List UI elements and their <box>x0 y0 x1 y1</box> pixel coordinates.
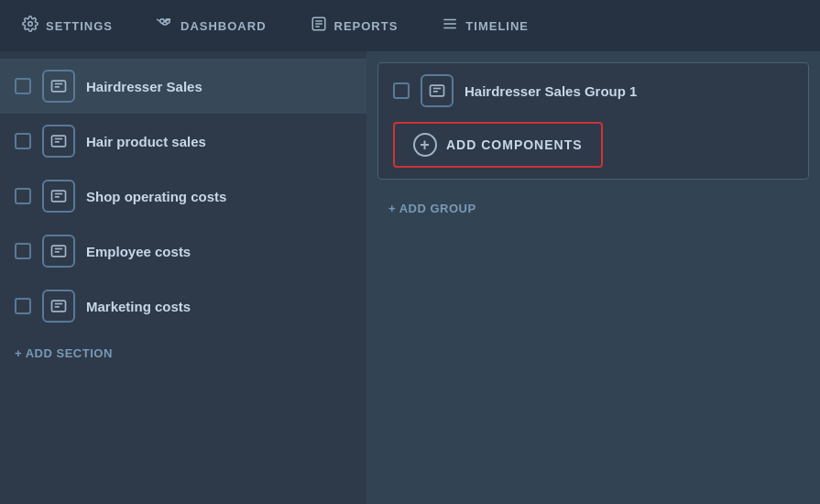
item-label-marketing-costs: Marketing costs <box>86 299 191 314</box>
dashboard-icon <box>157 16 173 36</box>
timeline-label: TIMELINE <box>465 19 529 33</box>
plus-circle-icon: + <box>413 133 437 157</box>
checkbox-employee-costs[interactable] <box>15 243 31 259</box>
dashboard-label: DASHBOARD <box>180 19 267 33</box>
section-icon-hairdresser-sales <box>42 70 75 103</box>
right-panel: Hairdresser Sales Group 1 + ADD COMPONEN… <box>366 51 820 504</box>
section-icon-shop-operating-costs <box>42 180 75 213</box>
svg-point-0 <box>28 22 33 27</box>
section-icon-marketing-costs <box>42 290 75 323</box>
timeline-icon <box>442 16 458 36</box>
group-header: Hairdresser Sales Group 1 <box>393 74 793 107</box>
nav-dashboard[interactable]: DASHBOARD <box>149 0 274 51</box>
section-icon-hair-product-sales <box>42 125 75 158</box>
group-section-icon <box>421 74 454 107</box>
add-group-label: + ADD GROUP <box>388 202 476 215</box>
item-label-employee-costs: Employee costs <box>86 244 191 259</box>
add-section-label: + ADD SECTION <box>15 346 113 360</box>
section-icon-employee-costs <box>42 235 75 268</box>
svg-line-3 <box>157 19 159 21</box>
add-components-label: ADD COMPONENTS <box>446 137 583 152</box>
svg-point-1 <box>160 19 165 24</box>
checkbox-hairdresser-sales[interactable] <box>15 78 31 94</box>
add-components-button[interactable]: + ADD COMPONENTS <box>393 122 603 168</box>
list-item[interactable]: Employee costs <box>0 224 366 279</box>
top-nav: SETTINGS DASHBOARD REPORTS <box>0 0 820 51</box>
list-item[interactable]: Marketing costs <box>0 279 366 334</box>
nav-settings[interactable]: SETTINGS <box>15 0 120 51</box>
list-item[interactable]: Hair product sales <box>0 114 366 169</box>
list-item[interactable]: Shop operating costs <box>0 169 366 224</box>
main-content: Hairdresser Sales Hair product sales <box>0 51 820 504</box>
left-panel: Hairdresser Sales Hair product sales <box>0 51 366 504</box>
checkbox-shop-operating-costs[interactable] <box>15 188 31 204</box>
settings-label: SETTINGS <box>46 19 113 33</box>
reports-icon <box>311 16 327 36</box>
list-item[interactable]: Hairdresser Sales <box>0 59 366 114</box>
add-group-button[interactable]: + ADD GROUP <box>366 191 820 226</box>
settings-icon <box>22 16 38 36</box>
checkbox-group[interactable] <box>393 82 410 99</box>
nav-reports[interactable]: REPORTS <box>303 0 406 51</box>
item-label-hair-product-sales: Hair product sales <box>86 134 206 149</box>
nav-timeline[interactable]: TIMELINE <box>434 0 536 51</box>
group-card: Hairdresser Sales Group 1 + ADD COMPONEN… <box>377 62 809 180</box>
group-title: Hairdresser Sales Group 1 <box>465 83 637 99</box>
checkbox-marketing-costs[interactable] <box>15 298 31 314</box>
item-label-hairdresser-sales: Hairdresser Sales <box>86 79 202 94</box>
add-section-button[interactable]: + ADD SECTION <box>0 334 366 373</box>
item-label-shop-operating-costs: Shop operating costs <box>86 189 226 204</box>
checkbox-hair-product-sales[interactable] <box>15 133 31 149</box>
reports-label: REPORTS <box>334 19 399 33</box>
